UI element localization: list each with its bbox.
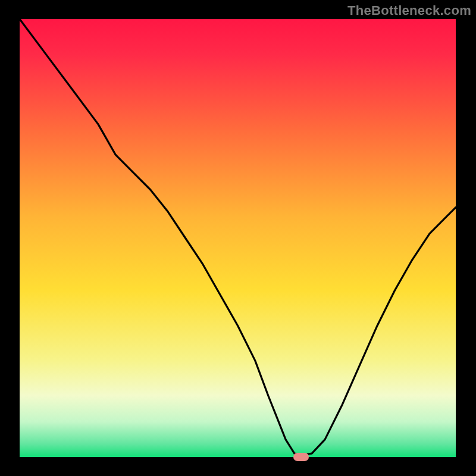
optimum-marker xyxy=(293,453,309,461)
chart-container: TheBottleneck.com xyxy=(0,0,476,476)
watermark-text: TheBottleneck.com xyxy=(347,3,471,18)
chart-svg xyxy=(0,0,476,476)
plot-area xyxy=(20,19,456,457)
